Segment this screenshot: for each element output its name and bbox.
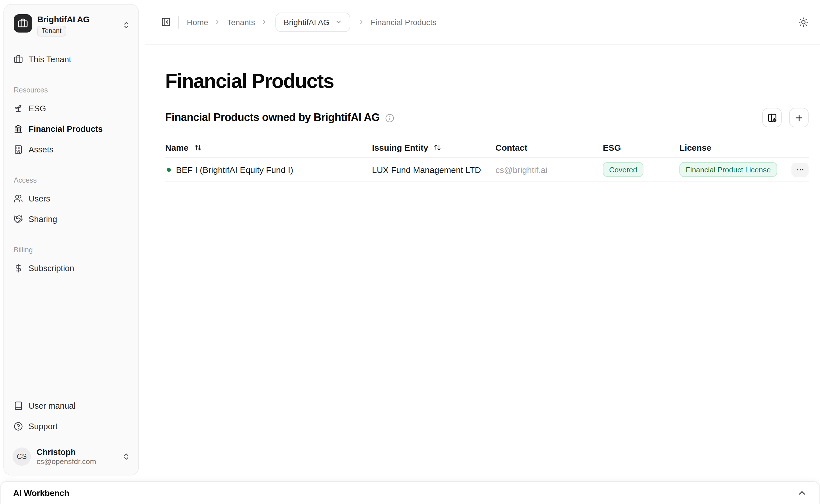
- sidebar-item-support[interactable]: Support: [11, 419, 131, 434]
- tenant-name: BrightifAI AG: [37, 14, 90, 24]
- esg-badge: Covered: [603, 162, 644, 177]
- users-icon: [14, 194, 23, 203]
- breadcrumb-tenant-label: BrightifAI AG: [284, 17, 329, 27]
- column-header-name: Name: [165, 143, 188, 152]
- sidebar-item-user-manual[interactable]: User manual: [11, 398, 131, 413]
- sidebar-section-resources: Resources: [14, 86, 131, 94]
- column-header-contact: Contact: [495, 143, 527, 152]
- sidebar-section-billing: Billing: [14, 246, 131, 254]
- column-header-esg: ESG: [603, 143, 621, 152]
- sidebar-item-label: Subscription: [29, 264, 74, 273]
- sidebar-item-label: Support: [29, 422, 58, 431]
- main-area: Home Tenants BrightifAI AG Financi: [144, 0, 820, 481]
- sidebar-nav: This Tenant Resources ESG Financial Prod…: [11, 52, 131, 281]
- chevrons-up-down-icon[interactable]: [122, 453, 130, 461]
- chevron-up-icon[interactable]: [797, 488, 807, 498]
- column-header-issuing-entity: Issuing Entity: [372, 143, 428, 152]
- sidebar-item-assets[interactable]: Assets: [11, 142, 131, 157]
- status-dot: [167, 168, 171, 172]
- table-row[interactable]: BEF I (BrightifAI Equity Fund I) LUX Fun…: [165, 158, 809, 182]
- briefcase-icon: [14, 55, 23, 64]
- sidebar-item-users[interactable]: Users: [11, 191, 131, 206]
- sidebar-collapse-icon[interactable]: [161, 17, 171, 27]
- plus-icon: [794, 113, 804, 122]
- sidebar-item-this-tenant[interactable]: This Tenant: [11, 52, 131, 67]
- sprout-icon: [14, 104, 23, 113]
- breadcrumb-tenants[interactable]: Tenants: [227, 17, 255, 27]
- chevron-down-icon: [335, 18, 342, 26]
- breadcrumb-tenant-selector[interactable]: BrightifAI AG: [276, 12, 350, 32]
- breadcrumb-current: Financial Products: [371, 17, 436, 27]
- user-email: cs@opensfdr.com: [37, 457, 96, 466]
- chevron-right-icon: [261, 18, 268, 26]
- sidebar-item-label: Financial Products: [29, 124, 102, 134]
- sort-icon[interactable]: [434, 144, 441, 151]
- ai-workbench-label: AI Workbench: [13, 488, 69, 498]
- section-header: Financial Products owned by BrightifAI A…: [165, 108, 809, 127]
- row-actions-button[interactable]: [791, 162, 809, 177]
- sidebar-item-sharing[interactable]: Sharing: [11, 212, 131, 227]
- avatar: CS: [13, 447, 31, 466]
- dollar-icon: [14, 264, 23, 273]
- chevron-right-icon: [357, 18, 365, 26]
- add-financial-product-button[interactable]: [789, 108, 809, 127]
- page-content: Financial Products Financial Products ow…: [144, 45, 820, 182]
- sidebar-item-label: This Tenant: [29, 55, 71, 64]
- ellipsis-icon: [796, 165, 804, 174]
- contact-email: cs@brightif.ai: [495, 165, 603, 174]
- topbar: Home Tenants BrightifAI AG Financi: [144, 0, 820, 45]
- tenant-logo: [14, 14, 32, 33]
- sun-icon[interactable]: [798, 17, 809, 27]
- tenant-badge: Tenant: [37, 26, 66, 37]
- sidebar-item-financial-products[interactable]: Financial Products: [11, 122, 131, 136]
- divider: [178, 16, 179, 28]
- issuing-entity: LUX Fund Management LTD: [372, 165, 495, 174]
- table-header: Name Issuing Entity Contact ESG License: [165, 138, 809, 158]
- sidebar-item-label: Assets: [29, 145, 53, 154]
- financial-products-table: Name Issuing Entity Contact ESG License: [165, 138, 809, 182]
- chevrons-up-down-icon[interactable]: [122, 21, 130, 29]
- sidebar-item-label: Sharing: [29, 215, 57, 224]
- briefcase-icon: [18, 18, 28, 29]
- breadcrumb: Home Tenants BrightifAI AG Financi: [187, 12, 436, 32]
- columns-settings-icon: [767, 113, 777, 122]
- sidebar-item-label: Users: [29, 194, 50, 203]
- column-header-license: License: [680, 143, 712, 152]
- sidebar: BrightifAI AG Tenant This Tenant Resourc…: [3, 4, 139, 475]
- landmark-icon: [14, 124, 23, 134]
- sidebar-item-label: User manual: [29, 401, 75, 410]
- sidebar-item-esg[interactable]: ESG: [11, 101, 131, 116]
- help-circle-icon: [14, 422, 23, 431]
- section-heading: Financial Products owned by BrightifAI A…: [165, 111, 380, 124]
- building-icon: [14, 145, 23, 154]
- chevron-right-icon: [214, 18, 222, 26]
- user-name: Christoph: [37, 447, 96, 457]
- column-settings-button[interactable]: [762, 108, 782, 127]
- book-icon: [14, 401, 23, 410]
- info-icon[interactable]: [385, 114, 395, 123]
- license-badge: Financial Product License: [680, 162, 777, 177]
- ai-workbench-drawer[interactable]: AI Workbench: [0, 481, 820, 504]
- sort-icon[interactable]: [194, 144, 202, 151]
- tenant-switcher[interactable]: BrightifAI AG Tenant: [11, 11, 131, 37]
- user-menu[interactable]: CS Christoph cs@opensfdr.com: [11, 443, 131, 468]
- handshake-icon: [14, 215, 23, 224]
- sidebar-item-subscription[interactable]: Subscription: [11, 261, 131, 276]
- sidebar-section-access: Access: [14, 176, 131, 184]
- sidebar-item-label: ESG: [29, 104, 46, 113]
- page-title: Financial Products: [165, 70, 809, 92]
- app-root: BrightifAI AG Tenant This Tenant Resourc…: [0, 0, 820, 504]
- breadcrumb-home[interactable]: Home: [187, 17, 208, 27]
- product-name: BEF I (BrightifAI Equity Fund I): [176, 165, 293, 174]
